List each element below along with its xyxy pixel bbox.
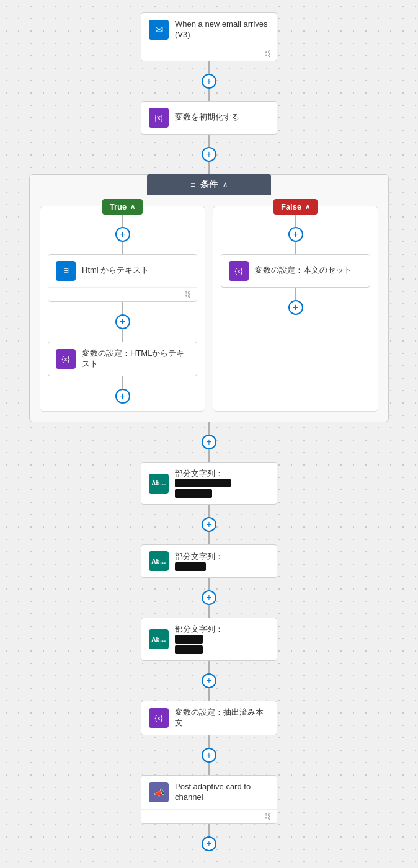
flow-canvas: ✉ When a new email arrives (V3) ⛓ + {x} … <box>0 0 418 868</box>
connector-6 <box>208 450 210 462</box>
connector-5 <box>208 422 210 435</box>
add-button-8[interactable]: + <box>202 836 216 851</box>
connector-3 <box>208 135 210 147</box>
connector-4 <box>208 162 210 174</box>
connector-7 <box>208 505 210 517</box>
set-var-html-step[interactable]: {x} 変数の設定：HTMLからテキスト <box>48 342 197 376</box>
substring2-icon: Ab… <box>149 551 169 571</box>
condition-label: 条件 <box>200 179 218 190</box>
add-button-4[interactable]: + <box>202 517 216 532</box>
init-var-step[interactable]: {x} 変数を初期化する <box>141 101 277 135</box>
false-label: False <box>281 202 301 211</box>
substring3-icon: Ab… <box>149 629 169 649</box>
substring3-redacted1 <box>175 635 203 644</box>
set-var-body-step[interactable]: {x} 変数の設定：本文のセット <box>221 254 370 288</box>
false-add-btn-1[interactable]: + <box>288 227 303 242</box>
init-var-label: 変数を初期化する <box>175 112 239 123</box>
substring1-icon: Ab… <box>149 474 169 494</box>
substring2-step[interactable]: Ab… 部分文字列： <box>141 544 277 578</box>
post-card-label: Post adaptive card to channel <box>175 782 269 803</box>
true-branch: True ∧ + ⊞ Html からテキスト ⛓ <box>40 206 205 412</box>
substring1-step[interactable]: Ab… 部分文字列： <box>141 462 277 505</box>
condition-chevron: ∧ <box>223 180 228 188</box>
true-spacer-4 <box>122 329 123 342</box>
add-button-6[interactable]: + <box>202 673 216 688</box>
true-branch-header[interactable]: True ∧ <box>102 199 143 215</box>
init-var-icon: {x} <box>149 108 169 128</box>
connector-15 <box>208 824 210 836</box>
connector-13 <box>208 735 210 748</box>
trigger-label: When a new email arrives (V3) <box>175 19 269 40</box>
false-branch: False ∧ + {x} 変数の設定：本文のセット + <box>213 206 378 412</box>
true-add-btn-3[interactable]: + <box>115 389 130 404</box>
substring3-redacted2 <box>175 645 203 654</box>
true-spacer-2 <box>122 242 123 254</box>
false-chevron: ∧ <box>305 203 310 211</box>
substring1-label: 部分文字列： <box>175 469 231 479</box>
add-button-2[interactable]: + <box>202 147 216 162</box>
substring1-redacted <box>175 479 231 487</box>
connector-8 <box>208 532 210 544</box>
set-var-extracted-icon: {x} <box>149 708 169 728</box>
condition-icon: ≡ <box>190 180 195 190</box>
add-button-7[interactable]: + <box>202 748 216 763</box>
connector-10 <box>208 605 210 618</box>
true-add-btn-1[interactable]: + <box>115 227 130 242</box>
add-button-5[interactable]: + <box>202 590 216 605</box>
connector-14 <box>208 763 210 775</box>
true-add-btn-2[interactable]: + <box>115 314 130 329</box>
set-var-body-icon: {x} <box>229 261 249 281</box>
substring1-redacted2 <box>175 489 212 498</box>
set-var-html-label: 変数の設定：HTMLからテキスト <box>82 348 189 370</box>
set-var-extracted-label: 変数の設定：抽出済み本文 <box>175 707 269 728</box>
add-button-3[interactable]: + <box>202 435 216 450</box>
condition-header[interactable]: ≡ 条件 ∧ <box>147 174 271 195</box>
true-chevron: ∧ <box>130 203 135 211</box>
substring2-label: 部分文字列： <box>175 552 223 562</box>
post-card-icon: 📣 <box>149 782 169 802</box>
set-var-extracted-step[interactable]: {x} 変数の設定：抽出済み本文 <box>141 701 277 735</box>
connector-1 <box>208 61 210 74</box>
trigger-icon: ✉ <box>149 20 169 40</box>
condition-block: ≡ 条件 ∧ True ∧ + ⊞ <box>29 174 389 422</box>
connector-9 <box>208 578 210 590</box>
link-icon: ⛓ <box>264 50 272 58</box>
true-label: True <box>110 202 127 211</box>
trigger-step[interactable]: ✉ When a new email arrives (V3) ⛓ <box>141 12 277 61</box>
true-spacer-5 <box>122 376 123 389</box>
substring3-step[interactable]: Ab… 部分文字列： <box>141 618 277 661</box>
html-icon: ⊞ <box>56 261 76 281</box>
add-button-1[interactable]: + <box>202 74 216 89</box>
false-spacer-2 <box>295 242 296 254</box>
connector-12 <box>208 688 210 701</box>
connector-2 <box>208 89 210 101</box>
connector-11 <box>208 661 210 673</box>
false-branch-header[interactable]: False ∧ <box>273 199 318 215</box>
set-var-body-label: 変数の設定：本文のセット <box>255 265 352 276</box>
substring2-redacted <box>175 562 206 571</box>
html-to-text-step[interactable]: ⊞ Html からテキスト ⛓ <box>48 254 197 302</box>
true-spacer-3 <box>122 302 123 314</box>
link-icon-post: ⛓ <box>264 812 272 821</box>
post-card-step[interactable]: 📣 Post adaptive card to channel ⛓ <box>141 775 277 824</box>
false-spacer-3 <box>295 288 296 300</box>
set-var-html-icon: {x} <box>56 349 76 369</box>
substring3-label: 部分文字列： <box>175 624 223 635</box>
true-spacer-1 <box>122 215 123 227</box>
html-label: Html からテキスト <box>82 265 149 276</box>
false-spacer-1 <box>295 215 296 227</box>
false-add-btn-2[interactable]: + <box>288 300 303 315</box>
link-icon-html: ⛓ <box>184 290 192 299</box>
